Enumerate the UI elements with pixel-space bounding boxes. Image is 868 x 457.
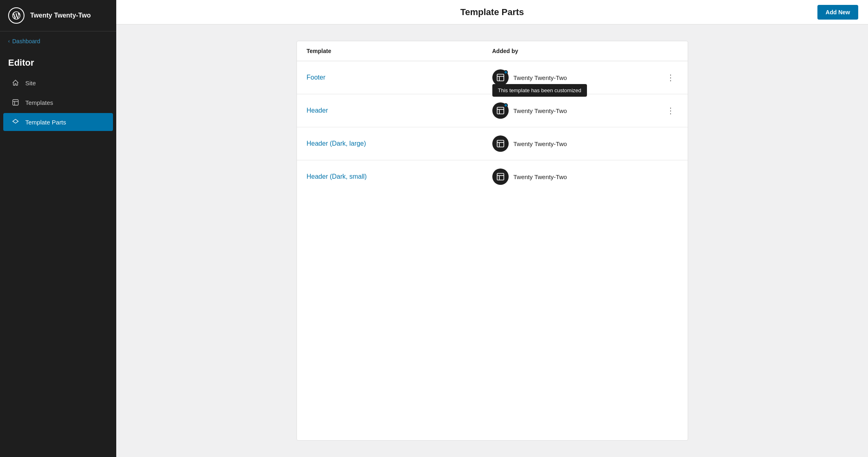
sidebar-item-templates-label: Templates [25,99,53,106]
theme-icon-header-dark-large [492,135,509,152]
site-title: Twenty Twenty-Two [30,12,91,19]
sidebar-item-templates[interactable]: Templates [3,93,113,111]
table-header: Template Added by [297,41,688,61]
sidebar-item-template-parts[interactable]: Template Parts [3,113,113,131]
theme-name-header-dark-large: Twenty Twenty-Two [514,140,567,147]
table-row: Header (Dark, small) Twenty Twenty-Two [297,160,688,193]
editor-label: Editor [0,51,116,73]
customized-dot-header [504,103,508,107]
sidebar-item-site-label: Site [25,80,36,87]
template-parts-icon [11,118,20,126]
wordpress-icon [11,11,21,20]
sidebar: Twenty Twenty-Two ‹ Dashboard Editor Sit… [0,0,116,457]
add-new-button[interactable]: Add New [817,5,858,20]
layout-icon-header [496,106,505,115]
template-parts-table: Template Added by Footer Twenty Twenty-T… [297,41,688,441]
customized-dot-footer [504,70,508,74]
page-title: Template Parts [460,7,524,18]
theme-icon-header-dark-small [492,169,509,185]
home-icon [11,79,20,87]
sidebar-item-site[interactable]: Site [3,74,113,92]
svg-rect-9 [497,140,504,147]
template-name-header-dark-small[interactable]: Header (Dark, small) [307,173,492,180]
svg-rect-6 [497,107,504,114]
dashboard-link[interactable]: ‹ Dashboard [0,31,116,51]
template-name-header-dark-large[interactable]: Header (Dark, large) [307,140,492,147]
table-row: Header Twenty Twenty-Two ⋮ [297,94,688,127]
layout-icon-footer [496,73,505,82]
theme-icon-footer [492,69,509,86]
template-name-footer[interactable]: Footer [307,74,492,81]
table-row: Footer Twenty Twenty-Two This template h… [297,61,688,94]
sidebar-item-template-parts-label: Template Parts [25,119,66,126]
theme-name-header-dark-small: Twenty Twenty-Two [514,173,567,180]
template-icon [11,98,20,106]
added-by-header: Twenty Twenty-Two ⋮ [492,102,678,119]
main-content: Template Parts Add New Template Added by… [116,0,868,457]
added-by-footer: Twenty Twenty-Two This template has been… [492,69,678,86]
theme-name-footer: Twenty Twenty-Two [514,74,567,81]
table-row: Header (Dark, large) Twenty Twenty-Two [297,127,688,160]
layout-icon-header-dark-small [496,172,505,181]
top-bar: Template Parts Add New [116,0,868,24]
chevron-left-icon: ‹ [8,38,10,44]
template-name-header[interactable]: Header [307,107,492,114]
added-by-header-dark-small: Twenty Twenty-Two [492,169,678,185]
more-options-header[interactable]: ⋮ [663,105,678,116]
column-template: Template [307,48,492,54]
wp-logo [8,7,24,24]
content-area: Template Added by Footer Twenty Twenty-T… [116,24,868,457]
more-options-footer[interactable]: ⋮ [663,72,678,83]
layout-icon-header-dark-large [496,139,505,148]
tooltip-wrapper-footer: Twenty Twenty-Two This template has been… [492,69,658,86]
added-by-header-dark-large: Twenty Twenty-Two [492,135,678,152]
svg-rect-12 [497,173,504,180]
svg-rect-3 [497,74,504,81]
theme-name-header: Twenty Twenty-Two [514,107,567,114]
svg-rect-0 [13,100,18,105]
sidebar-header: Twenty Twenty-Two [0,0,116,31]
column-added-by: Added by [492,48,678,54]
dashboard-link-label: Dashboard [12,38,40,44]
theme-icon-header [492,102,509,119]
